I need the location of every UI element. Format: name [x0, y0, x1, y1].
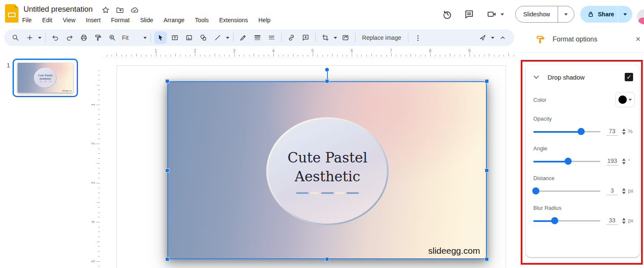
resize-handle-sw[interactable] — [165, 257, 169, 261]
search-menus-icon[interactable] — [9, 31, 22, 44]
border-dash-tool[interactable] — [265, 31, 278, 44]
border-color-tool[interactable] — [237, 31, 249, 44]
redo-button[interactable] — [63, 31, 76, 44]
zoom-level-select[interactable]: Fit — [119, 34, 131, 41]
selected-image[interactable]: Cute PastelAesthetic slideegg.com — [167, 81, 487, 259]
insert-link-tool[interactable] — [285, 31, 298, 44]
resize-handle-s[interactable] — [325, 257, 329, 261]
new-slide-button[interactable] — [23, 31, 36, 44]
menu-item-extensions[interactable]: Extensions — [219, 16, 248, 24]
undo-button[interactable] — [49, 31, 62, 44]
document-title[interactable]: Untitled presentation — [23, 5, 93, 14]
distance-value[interactable]: 3 — [606, 187, 618, 195]
slideshow-button[interactable]: Slideshow — [515, 6, 574, 23]
menu-item-format[interactable]: Format — [111, 16, 130, 24]
border-weight-tool[interactable] — [251, 31, 264, 44]
distance-control: Distance 3 px — [526, 167, 640, 196]
slide-thumbnail[interactable]: Cute PastelAesthetic slideegg.com — [13, 59, 78, 97]
menu-item-tools[interactable]: Tools — [195, 16, 209, 24]
add-comment-tool[interactable] — [299, 31, 312, 44]
paint-format-button[interactable] — [92, 31, 104, 44]
new-slide-dropdown[interactable] — [37, 31, 43, 44]
more-options-icon[interactable]: ⋮ — [412, 31, 424, 44]
menu-item-insert[interactable]: Insert — [86, 16, 101, 24]
slideshow-label: Slideshow — [516, 11, 558, 18]
opacity-stepper[interactable] — [622, 129, 626, 135]
star-icon[interactable] — [101, 6, 110, 14]
insert-line-tool[interactable] — [211, 31, 224, 44]
crop-dropdown[interactable] — [332, 31, 338, 44]
mask-image-tool[interactable] — [339, 31, 352, 44]
line-dropdown[interactable] — [225, 31, 231, 44]
select-tool[interactable] — [154, 31, 167, 44]
color-swatch — [618, 95, 627, 104]
blur-radius-value[interactable]: 33 — [606, 217, 618, 225]
print-button[interactable] — [78, 31, 90, 44]
zoom-dropdown[interactable] — [142, 31, 148, 44]
slider-thumb[interactable] — [532, 188, 540, 195]
angle-value[interactable]: 193 — [606, 157, 618, 165]
app-header: Untitled presentation FileEditViewInsert… — [0, 0, 644, 28]
slide-page[interactable]: Cute PastelAesthetic slideegg.com — [117, 65, 506, 268]
filmstrip: 1 Cute PastelAesthetic slideegg.com — [0, 47, 101, 268]
resize-handle-w[interactable] — [165, 168, 169, 173]
blur-radius-stepper[interactable] — [622, 218, 626, 224]
resize-handle-nw[interactable] — [165, 79, 169, 83]
chevron-down-icon — [628, 99, 632, 101]
angle-control: Angle 193 ° — [526, 137, 640, 167]
zoom-icon[interactable] — [106, 31, 119, 44]
crop-tool[interactable] — [319, 31, 332, 44]
video-camera-icon — [486, 9, 497, 19]
insert-shape-tool[interactable] — [197, 31, 210, 44]
format-options-header: Format options × — [520, 26, 644, 53]
angle-slider[interactable] — [533, 157, 600, 165]
slider-thumb[interactable] — [565, 158, 572, 165]
google-slides-logo-icon[interactable] — [5, 4, 18, 23]
pointer-dropdown[interactable] — [490, 31, 496, 44]
slider-thumb[interactable] — [551, 217, 558, 224]
slideshow-dropdown[interactable] — [558, 13, 574, 15]
slide-canvas[interactable]: Cute PastelAesthetic slideegg.com — [101, 58, 520, 268]
blur-radius-slider[interactable] — [533, 217, 600, 224]
panel-title: Format options — [553, 36, 597, 43]
angle-stepper[interactable] — [622, 158, 626, 165]
share-button[interactable]: Share — [580, 6, 632, 23]
opacity-slider[interactable] — [533, 128, 600, 135]
color-label: Color — [533, 97, 615, 103]
menu-item-help[interactable]: Help — [258, 16, 271, 24]
opacity-value[interactable]: 73 — [606, 128, 618, 136]
menu-item-file[interactable]: File — [22, 16, 32, 24]
shadow-color-picker[interactable] — [615, 92, 635, 107]
drop-shadow-checkbox[interactable]: ✓ — [625, 73, 633, 81]
distance-stepper[interactable] — [622, 188, 626, 194]
slide-number: 1 — [7, 62, 10, 69]
menu-item-view[interactable]: View — [62, 16, 76, 24]
meet-video-call-button[interactable] — [486, 9, 504, 19]
resize-handle-e[interactable] — [485, 168, 489, 173]
replace-image-button[interactable]: Replace image — [358, 34, 405, 41]
vertical-ruler: 12345 — [91, 58, 101, 268]
version-history-icon[interactable] — [442, 9, 452, 19]
slider-thumb[interactable] — [577, 128, 584, 135]
collapse-toolbar-icon[interactable] — [496, 31, 509, 44]
share-dropdown[interactable] — [618, 13, 632, 15]
text-box-tool[interactable] — [169, 31, 181, 44]
menu-item-edit[interactable]: Edit — [42, 16, 53, 24]
menu-item-arrange[interactable]: Arrange — [163, 16, 185, 24]
collapse-section-icon[interactable] — [532, 73, 540, 81]
menu-item-slide[interactable]: Slide — [140, 16, 153, 24]
resize-handle-ne[interactable] — [485, 79, 489, 83]
move-to-folder-icon[interactable] — [116, 6, 124, 14]
laser-pointer-tool[interactable] — [476, 31, 489, 44]
distance-slider[interactable] — [533, 187, 600, 195]
resize-handle-se[interactable] — [485, 257, 489, 261]
rotate-handle[interactable] — [325, 67, 330, 72]
format-options-panel: Format options × Drop shadow ✓ Color Opa… — [520, 26, 644, 268]
insert-image-tool[interactable] — [183, 31, 195, 44]
close-panel-icon[interactable]: × — [636, 34, 644, 44]
resize-handle-n[interactable] — [325, 79, 329, 83]
avatar[interactable] — [637, 9, 644, 24]
comments-icon[interactable] — [464, 9, 474, 19]
paint-roller-icon — [536, 35, 545, 44]
cloud-status-icon[interactable] — [130, 6, 139, 14]
